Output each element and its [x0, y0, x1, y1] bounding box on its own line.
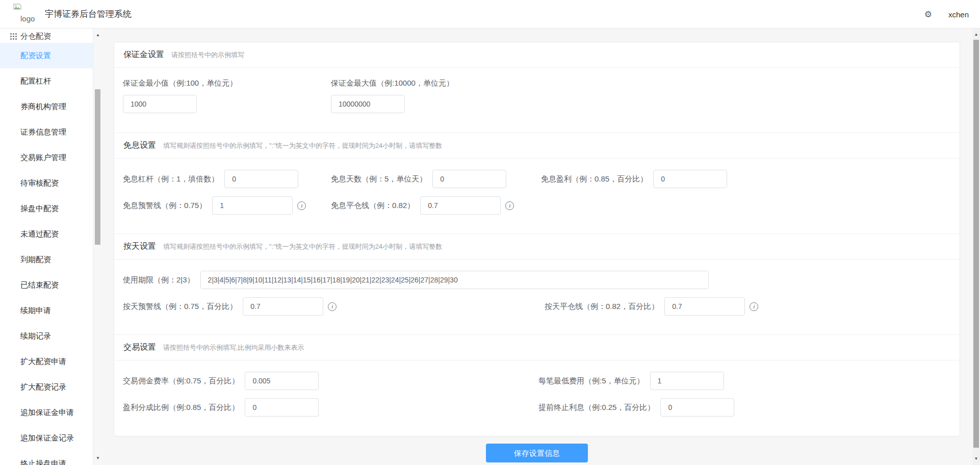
sidebar-item-2[interactable]: 券商机构管理	[0, 94, 93, 119]
section-daily-settings: 按天设置 填写规则请按照括号中的示例填写，":"统一为英文中的字符，提现时间为2…	[114, 234, 960, 334]
early-interest-input[interactable]	[660, 398, 734, 417]
section-title: 交易设置	[123, 342, 156, 353]
sidebar-group-warehouse[interactable]: 分仓配资	[0, 29, 93, 43]
daily-warning-input[interactable]	[243, 297, 323, 316]
section-subtitle: 填写规则请按照括号中的示例填写，":"统一为英文中的字符，提现时间为24小时制，…	[163, 242, 442, 251]
save-row: 保存设置信息	[114, 444, 960, 462]
main-scrollbar-thumb[interactable]	[973, 40, 979, 448]
field-label: 免息杠杆（例：1，填倍数）	[123, 174, 219, 184]
logo: logo	[12, 2, 41, 28]
scroll-up-arrow[interactable]: ▲	[972, 30, 980, 39]
field-label: 免息盈利（例：0.85，百分比）	[541, 174, 648, 184]
sidebar-scrollbar: ▲ ▼	[93, 29, 102, 465]
field-margin-min: 保证金最小值（例:100，单位元）	[123, 79, 237, 113]
app-title: 宇博证券后台管理系统	[45, 0, 132, 29]
info-icon[interactable]: i	[750, 302, 758, 311]
profit-share-input[interactable]	[245, 398, 319, 417]
settings-card: 保证金设置 请按照括号中的示例填写 保证金最小值（例:100，单位元） 保证金最…	[114, 42, 960, 436]
scroll-up-arrow[interactable]: ▲	[93, 31, 102, 40]
info-icon[interactable]: i	[297, 201, 306, 210]
section-subtitle: 请按照括号中的示例填写	[171, 50, 244, 60]
section-margin-settings: 保证金设置 请按照括号中的示例填写 保证金最小值（例:100，单位元） 保证金最…	[114, 42, 960, 133]
sidebar-item-15[interactable]: 追加保证金记录	[0, 425, 93, 451]
sidebar-item-0[interactable]: 配资设置	[0, 43, 93, 68]
field-if-days: 免息天数（例：5，单位天）	[331, 170, 506, 188]
sidebar-item-7[interactable]: 未通过配资	[0, 221, 93, 247]
section-trade-settings: 交易设置 请按照括号中的示例填写,比例均采用小数来表示 交易佣金费率（例:0.7…	[114, 334, 960, 436]
sidebar-menu: 配资设置配置杠杆券商机构管理证券信息管理交易账户管理待审核配资操盘中配资未通过配…	[0, 43, 93, 465]
field-min-fee: 每笔最低费用（例:5，单位元）	[538, 372, 724, 390]
sidebar-item-12[interactable]: 扩大配资申请	[0, 349, 93, 374]
sidebar-item-1[interactable]: 配置杠杆	[0, 68, 93, 94]
app-window: logo 宇博证券后台管理系统 ⚙ xchen 分仓配资 配资设置配置杠杆券商机…	[0, 0, 980, 465]
section-subtitle: 填写规则请按照括号中的示例填写，":"统一为英文中的字符，提现时间为24小时制，…	[163, 141, 442, 150]
info-icon[interactable]: i	[505, 201, 514, 210]
field-label: 按天平仓线（例：0.82，百分比）	[545, 302, 659, 312]
scroll-down-arrow[interactable]: ▼	[93, 454, 102, 463]
section-title: 免息设置	[123, 140, 156, 151]
field-label: 交易佣金费率（例:0.75，百分比）	[123, 376, 239, 386]
save-settings-button[interactable]: 保存设置信息	[486, 444, 588, 462]
field-use-period: 使用期限（例：2|3）	[123, 271, 709, 289]
if-lever-input[interactable]	[224, 170, 298, 188]
field-if-lever: 免息杠杆（例：1，填倍数）	[123, 170, 298, 188]
sidebar-item-13[interactable]: 扩大配资记录	[0, 374, 93, 400]
sidebar: 分仓配资 配资设置配置杠杆券商机构管理证券信息管理交易账户管理待审核配资操盘中配…	[0, 29, 93, 465]
sidebar-item-6[interactable]: 操盘中配资	[0, 196, 93, 221]
commission-rate-input[interactable]	[245, 372, 319, 390]
sidebar-item-5[interactable]: 待审核配资	[0, 170, 93, 196]
if-profit-input[interactable]	[653, 170, 727, 188]
field-label: 提前终止利息（例:0.25，百分比）	[538, 403, 655, 412]
sidebar-item-4[interactable]: 交易账户管理	[0, 145, 93, 170]
field-profit-share: 盈利分成比例（例:0.85，百分比）	[123, 398, 319, 417]
top-header: logo 宇博证券后台管理系统 ⚙ xchen	[0, 0, 980, 29]
section-interest-free-settings: 免息设置 填写规则请按照括号中的示例填写，":"统一为英文中的字符，提现时间为2…	[114, 133, 960, 234]
broken-image-icon	[13, 4, 21, 12]
field-daily-close-line: 按天平仓线（例：0.82，百分比） i	[545, 297, 758, 316]
section-title: 按天设置	[123, 241, 156, 252]
margin-min-input[interactable]	[123, 95, 197, 113]
section-subtitle: 请按照括号中的示例填写,比例均采用小数来表示	[163, 343, 304, 352]
logo-alt-text: logo	[20, 14, 35, 23]
sidebar-item-14[interactable]: 追加保证金申请	[0, 400, 93, 425]
if-days-input[interactable]	[432, 170, 506, 188]
field-if-warning-line: 免息预警线（例：0.75） i	[123, 196, 306, 215]
if-close-input[interactable]	[420, 196, 501, 215]
field-label: 按天预警线（例：0.75，百分比）	[123, 302, 237, 312]
if-warning-input[interactable]	[212, 196, 293, 215]
field-margin-max: 保证金最大值（例:10000，单位元）	[331, 79, 454, 113]
scroll-down-arrow[interactable]: ▼	[972, 454, 980, 463]
field-if-close-line: 免息平仓线（例：0.82） i	[331, 196, 514, 215]
sidebar-top-clipped-item: 分仓配资	[0, 29, 93, 43]
min-fee-input[interactable]	[650, 372, 724, 390]
margin-max-input[interactable]	[331, 95, 405, 113]
field-commission-rate: 交易佣金费率（例:0.75，百分比）	[123, 372, 319, 390]
username[interactable]: xchen	[948, 10, 969, 19]
section-title: 保证金设置	[123, 49, 164, 60]
daily-close-input[interactable]	[664, 297, 745, 316]
grid-menu-icon	[10, 33, 17, 40]
field-label: 免息平仓线（例：0.82）	[331, 201, 415, 211]
field-label: 保证金最大值（例:10000，单位元）	[331, 79, 454, 88]
sidebar-item-8[interactable]: 到期配资	[0, 247, 93, 272]
field-if-profit: 免息盈利（例：0.85，百分比）	[541, 170, 727, 188]
main-scrollbar: ▲ ▼	[972, 29, 980, 465]
use-period-input[interactable]	[200, 271, 709, 289]
field-label: 盈利分成比例（例:0.85，百分比）	[123, 403, 239, 412]
field-daily-warning-line: 按天预警线（例：0.75，百分比） i	[123, 297, 337, 316]
gear-icon[interactable]: ⚙	[924, 9, 932, 20]
main-content: 保证金设置 请按照括号中的示例填写 保证金最小值（例:100，单位元） 保证金最…	[102, 29, 972, 465]
field-early-interest: 提前终止利息（例:0.25，百分比）	[538, 398, 734, 417]
field-label: 免息预警线（例：0.75）	[123, 201, 207, 211]
info-icon[interactable]: i	[328, 302, 337, 311]
field-label: 免息天数（例：5，单位天）	[331, 174, 427, 184]
sidebar-item-11[interactable]: 续期记录	[0, 323, 93, 349]
sidebar-item-3[interactable]: 证券信息管理	[0, 119, 93, 145]
sidebar-scrollbar-thumb[interactable]	[95, 89, 100, 245]
sidebar-item-9[interactable]: 已结束配资	[0, 272, 93, 298]
sidebar-item-16[interactable]: 终止操盘申请	[0, 451, 93, 465]
field-label: 每笔最低费用（例:5，单位元）	[538, 376, 644, 386]
sidebar-item-10[interactable]: 续期申请	[0, 298, 93, 323]
field-label: 使用期限（例：2|3）	[123, 275, 195, 285]
field-label: 保证金最小值（例:100，单位元）	[123, 79, 237, 88]
